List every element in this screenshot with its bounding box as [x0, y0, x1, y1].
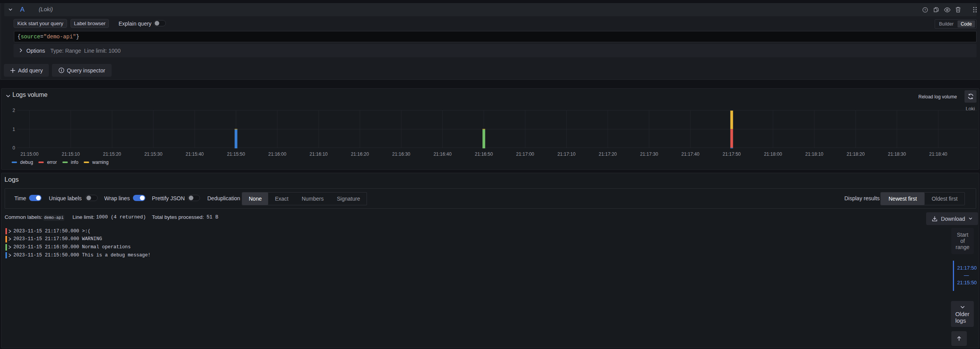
svg-text:21:17:30: 21:17:30: [640, 151, 658, 157]
svg-text:21:18:40: 21:18:40: [929, 151, 947, 157]
svg-text:21:17:40: 21:17:40: [681, 151, 699, 157]
svg-text:0: 0: [12, 145, 15, 151]
svg-text:1: 1: [12, 127, 15, 132]
svg-text:21:15:30: 21:15:30: [144, 151, 162, 157]
svg-text:21:16:00: 21:16:00: [268, 151, 286, 157]
svg-text:21:16:10: 21:16:10: [310, 151, 328, 157]
svg-text:21:16:50: 21:16:50: [475, 151, 493, 157]
svg-text:21:15:10: 21:15:10: [62, 151, 80, 157]
svg-text:21:16:40: 21:16:40: [434, 151, 452, 157]
svg-text:21:18:30: 21:18:30: [888, 151, 906, 157]
svg-text:21:17:50: 21:17:50: [723, 151, 741, 157]
svg-text:21:15:40: 21:15:40: [186, 151, 204, 157]
svg-text:21:18:00: 21:18:00: [764, 151, 782, 157]
svg-text:21:17:10: 21:17:10: [557, 151, 575, 157]
svg-text:21:17:20: 21:17:20: [599, 151, 617, 157]
svg-text:21:17:00: 21:17:00: [516, 151, 534, 157]
svg-text:21:15:50: 21:15:50: [227, 151, 245, 157]
svg-text:21:15:00: 21:15:00: [21, 151, 39, 157]
svg-text:21:15:20: 21:15:20: [103, 151, 121, 157]
svg-text:21:18:20: 21:18:20: [847, 151, 865, 157]
svg-text:21:16:20: 21:16:20: [351, 151, 369, 157]
svg-text:?: ?: [924, 8, 926, 12]
svg-text:21:16:30: 21:16:30: [392, 151, 410, 157]
svg-text:21:18:10: 21:18:10: [805, 151, 823, 157]
svg-text:2: 2: [12, 108, 15, 113]
